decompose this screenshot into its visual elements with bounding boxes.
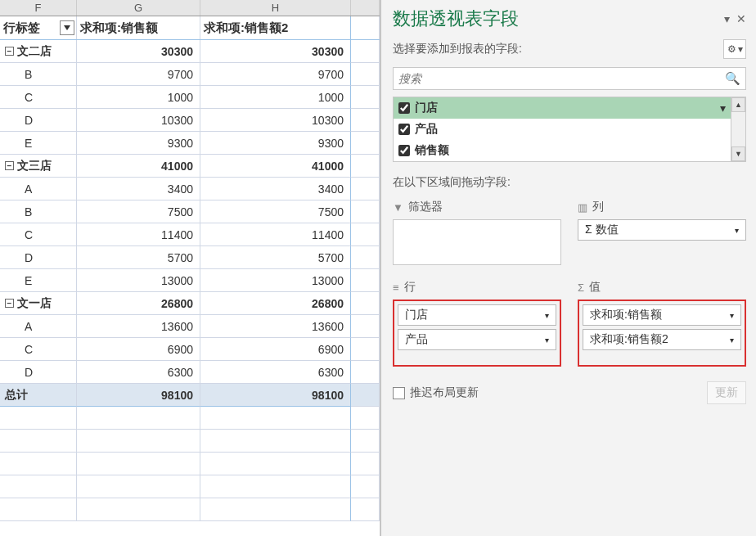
- row-label-cell[interactable]: D: [0, 361, 77, 384]
- empty-cell[interactable]: [0, 407, 77, 430]
- value1-cell[interactable]: 11400: [77, 223, 200, 246]
- value2-cell[interactable]: 1000: [200, 86, 351, 109]
- row-label-cell[interactable]: B: [0, 63, 77, 86]
- value1-cell[interactable]: 6300: [77, 361, 200, 384]
- values-area[interactable]: Σ值 求和项:销售额▾求和项:销售额2▾: [578, 280, 746, 367]
- field-search-box[interactable]: 🔍: [393, 67, 746, 90]
- field-item[interactable]: 产品: [394, 119, 731, 140]
- value2-cell[interactable]: 13000: [200, 269, 351, 292]
- grand-total-label[interactable]: 总计: [0, 384, 77, 407]
- area-field-pill[interactable]: Σ 数值▾: [578, 219, 746, 241]
- value1-cell[interactable]: 10300: [77, 109, 200, 132]
- area-field-pill[interactable]: 求和项:销售额2▾: [583, 329, 741, 350]
- field-item[interactable]: 销售额: [394, 140, 731, 161]
- empty-cell[interactable]: [200, 430, 351, 453]
- search-icon[interactable]: 🔍: [725, 71, 740, 86]
- grand-total-v2[interactable]: 98100: [200, 384, 351, 407]
- field-item[interactable]: 门店▾: [394, 97, 731, 119]
- row-labels-header[interactable]: 行标签: [0, 16, 77, 39]
- empty-cell[interactable]: [200, 475, 351, 498]
- empty-cell[interactable]: [0, 498, 77, 521]
- value1-cell[interactable]: 13600: [77, 315, 200, 338]
- defer-layout-checkbox[interactable]: 推迟布局更新: [393, 385, 479, 400]
- empty-cell[interactable]: [200, 453, 351, 475]
- update-button[interactable]: 更新: [707, 381, 746, 404]
- value2-cell[interactable]: 30300: [200, 40, 351, 63]
- row-labels-filter-button[interactable]: [60, 20, 74, 35]
- empty-cell[interactable]: [77, 498, 200, 521]
- row-label-cell[interactable]: −文一店: [0, 292, 77, 315]
- empty-cell[interactable]: [77, 453, 200, 475]
- row-label-cell[interactable]: D: [0, 109, 77, 132]
- value1-cell[interactable]: 26800: [77, 292, 200, 315]
- row-label-cell[interactable]: B: [0, 200, 77, 223]
- scroll-up-icon[interactable]: ▲: [731, 97, 745, 112]
- value2-cell[interactable]: 9700: [200, 63, 351, 86]
- empty-cell[interactable]: [77, 407, 200, 430]
- row-label-cell[interactable]: A: [0, 178, 77, 200]
- area-field-pill[interactable]: 求和项:销售额▾: [583, 304, 741, 326]
- empty-cell[interactable]: [351, 430, 380, 453]
- area-field-pill[interactable]: 产品▾: [398, 329, 556, 350]
- value1-cell[interactable]: 6900: [77, 338, 200, 361]
- grand-total-v1[interactable]: 98100: [77, 384, 200, 407]
- col-header-H[interactable]: H: [200, 0, 351, 16]
- empty-cell[interactable]: [77, 475, 200, 498]
- empty-cell[interactable]: [0, 475, 77, 498]
- value2-cell[interactable]: 9300: [200, 132, 351, 155]
- empty-cell[interactable]: [351, 475, 380, 498]
- value2-cell[interactable]: 10300: [200, 109, 351, 132]
- chevron-down-icon[interactable]: ▾: [735, 226, 739, 235]
- filters-drop-zone[interactable]: [393, 219, 561, 265]
- value2-cell[interactable]: 11400: [200, 223, 351, 246]
- row-label-cell[interactable]: −文三店: [0, 155, 77, 178]
- value2-cell[interactable]: 41000: [200, 155, 351, 178]
- value1-cell[interactable]: 7500: [77, 200, 200, 223]
- value2-cell[interactable]: 6300: [200, 361, 351, 384]
- chevron-down-icon[interactable]: ▾: [730, 311, 734, 320]
- value1-cell[interactable]: 1000: [77, 86, 200, 109]
- value2-cell[interactable]: 26800: [200, 292, 351, 315]
- value1-cell[interactable]: 5700: [77, 246, 200, 269]
- value1-cell[interactable]: 9300: [77, 132, 200, 155]
- values-drop-zone[interactable]: 求和项:销售额▾求和项:销售额2▾: [578, 300, 746, 367]
- empty-cell[interactable]: [0, 453, 77, 475]
- empty-cell[interactable]: [77, 430, 200, 453]
- empty-cell[interactable]: [351, 498, 380, 521]
- row-label-cell[interactable]: −文二店: [0, 40, 77, 63]
- chevron-down-icon[interactable]: ▾: [545, 311, 549, 320]
- panel-close-icon[interactable]: ✕: [736, 12, 746, 25]
- sum2-header[interactable]: 求和项:销售额2: [200, 16, 351, 39]
- field-checkbox[interactable]: [398, 124, 410, 135]
- filters-area[interactable]: ▼筛选器: [393, 200, 561, 265]
- value1-cell[interactable]: 41000: [77, 155, 200, 178]
- rows-drop-zone[interactable]: 门店▾产品▾: [393, 300, 561, 367]
- empty-cell[interactable]: [351, 453, 380, 475]
- collapse-icon[interactable]: −: [5, 161, 14, 170]
- row-label-cell[interactable]: C: [0, 86, 77, 109]
- area-field-pill[interactable]: 门店▾: [398, 304, 556, 326]
- collapse-icon[interactable]: −: [5, 299, 14, 308]
- value2-cell[interactable]: 5700: [200, 246, 351, 269]
- row-label-cell[interactable]: D: [0, 246, 77, 269]
- value2-cell[interactable]: 6900: [200, 338, 351, 361]
- chevron-down-icon[interactable]: ▾: [720, 101, 726, 115]
- field-checkbox[interactable]: [398, 145, 410, 156]
- scroll-down-icon[interactable]: ▼: [731, 146, 745, 161]
- columns-drop-zone[interactable]: Σ 数值▾: [578, 219, 746, 259]
- value2-cell[interactable]: 3400: [200, 178, 351, 200]
- empty-cell[interactable]: [200, 407, 351, 430]
- row-label-cell[interactable]: A: [0, 315, 77, 338]
- panel-options-caret[interactable]: ▾: [724, 12, 730, 25]
- field-list-scrollbar[interactable]: ▲ ▼: [731, 97, 745, 161]
- col-header-F[interactable]: F: [0, 0, 77, 16]
- col-header-I[interactable]: [351, 0, 380, 16]
- row-label-cell[interactable]: C: [0, 338, 77, 361]
- empty-cell[interactable]: [351, 407, 380, 430]
- value1-cell[interactable]: 9700: [77, 63, 200, 86]
- chevron-down-icon[interactable]: ▾: [545, 336, 549, 345]
- col-header-G[interactable]: G: [77, 0, 200, 16]
- panel-layout-options-button[interactable]: ⚙ ▾: [723, 39, 746, 59]
- value1-cell[interactable]: 13000: [77, 269, 200, 292]
- row-label-cell[interactable]: C: [0, 223, 77, 246]
